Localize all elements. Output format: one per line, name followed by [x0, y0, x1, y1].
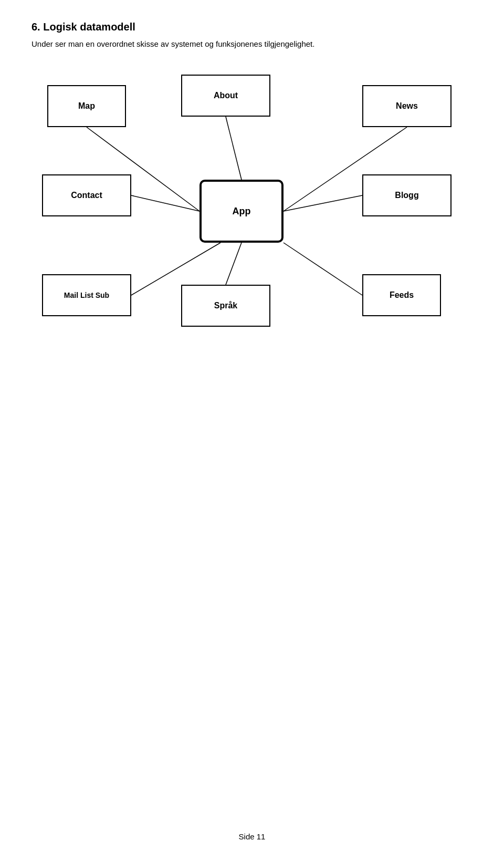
- svg-line-1: [226, 117, 242, 180]
- svg-line-6: [226, 243, 242, 285]
- node-maillistsub: Mail List Sub: [42, 274, 131, 316]
- page-content: 6. Logisk datamodell Under ser man en ov…: [0, 0, 504, 385]
- page-heading: 6. Logisk datamodell: [32, 21, 472, 33]
- node-news: News: [362, 85, 452, 127]
- page-subtitle: Under ser man en overordnet skisse av sy…: [32, 39, 472, 48]
- node-blogg: Blogg: [362, 174, 452, 216]
- diagram-container: App Map About News Contact Blogg Mail Li…: [32, 69, 483, 364]
- node-contact: Contact: [42, 174, 131, 216]
- node-map: Map: [47, 85, 126, 127]
- node-feeds: Feeds: [362, 274, 441, 316]
- node-app: App: [200, 180, 284, 243]
- page-footer: Side 11: [0, 832, 504, 841]
- svg-line-7: [284, 243, 362, 295]
- node-sprak: Språk: [181, 285, 270, 327]
- node-about: About: [181, 75, 270, 117]
- footer-text: Side 11: [239, 832, 266, 841]
